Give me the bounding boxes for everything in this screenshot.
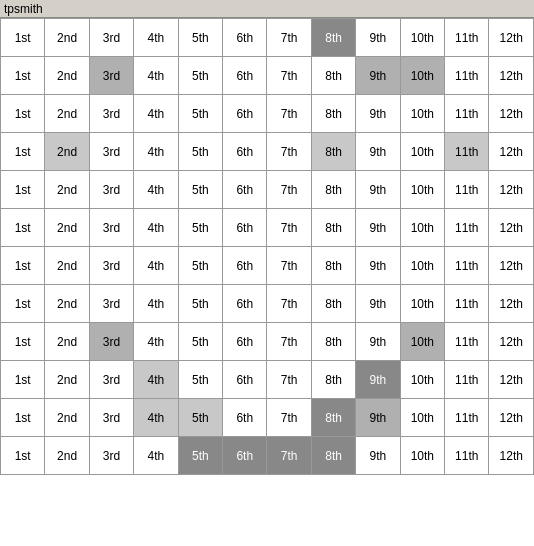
table-cell[interactable]: 2nd — [45, 19, 89, 57]
table-cell[interactable]: 2nd — [45, 171, 89, 209]
table-cell[interactable]: 2nd — [45, 285, 89, 323]
table-cell[interactable]: 8th — [311, 171, 355, 209]
table-cell[interactable]: 9th — [356, 361, 400, 399]
table-cell[interactable]: 9th — [356, 171, 400, 209]
table-cell[interactable]: 4th — [134, 323, 178, 361]
table-cell[interactable]: 11th — [445, 361, 489, 399]
table-cell[interactable]: 11th — [445, 171, 489, 209]
table-cell[interactable]: 9th — [356, 19, 400, 57]
table-cell[interactable]: 9th — [356, 247, 400, 285]
table-cell[interactable]: 4th — [134, 19, 178, 57]
table-cell[interactable]: 11th — [445, 437, 489, 475]
table-cell[interactable]: 1st — [1, 95, 45, 133]
table-cell[interactable]: 8th — [311, 247, 355, 285]
table-cell[interactable]: 10th — [400, 171, 444, 209]
table-cell[interactable]: 4th — [134, 95, 178, 133]
table-cell[interactable]: 2nd — [45, 323, 89, 361]
table-cell[interactable]: 7th — [267, 171, 311, 209]
table-cell[interactable]: 3rd — [89, 399, 133, 437]
table-cell[interactable]: 11th — [445, 133, 489, 171]
table-cell[interactable]: 8th — [311, 95, 355, 133]
table-cell[interactable]: 8th — [311, 19, 355, 57]
table-cell[interactable]: 4th — [134, 437, 178, 475]
table-cell[interactable]: 1st — [1, 19, 45, 57]
table-cell[interactable]: 6th — [223, 133, 267, 171]
table-cell[interactable]: 5th — [178, 437, 222, 475]
table-cell[interactable]: 10th — [400, 323, 444, 361]
table-cell[interactable]: 10th — [400, 399, 444, 437]
table-cell[interactable]: 4th — [134, 209, 178, 247]
table-cell[interactable]: 2nd — [45, 437, 89, 475]
table-cell[interactable]: 7th — [267, 361, 311, 399]
table-cell[interactable]: 2nd — [45, 95, 89, 133]
table-cell[interactable]: 5th — [178, 247, 222, 285]
table-cell[interactable]: 5th — [178, 133, 222, 171]
table-cell[interactable]: 8th — [311, 399, 355, 437]
table-cell[interactable]: 6th — [223, 19, 267, 57]
grid-container[interactable]: 1st2nd3rd4th5th6th7th8th9th10th11th12th1… — [0, 18, 534, 546]
table-cell[interactable]: 7th — [267, 437, 311, 475]
table-cell[interactable]: 9th — [356, 285, 400, 323]
table-cell[interactable]: 1st — [1, 285, 45, 323]
table-cell[interactable]: 3rd — [89, 19, 133, 57]
table-cell[interactable]: 7th — [267, 399, 311, 437]
table-cell[interactable]: 1st — [1, 399, 45, 437]
table-cell[interactable]: 5th — [178, 361, 222, 399]
table-cell[interactable]: 9th — [356, 57, 400, 95]
table-cell[interactable]: 8th — [311, 285, 355, 323]
table-cell[interactable]: 12th — [489, 437, 534, 475]
table-cell[interactable]: 9th — [356, 209, 400, 247]
table-cell[interactable]: 4th — [134, 285, 178, 323]
table-cell[interactable]: 6th — [223, 171, 267, 209]
table-cell[interactable]: 2nd — [45, 209, 89, 247]
table-cell[interactable]: 4th — [134, 133, 178, 171]
table-cell[interactable]: 12th — [489, 285, 534, 323]
table-cell[interactable]: 11th — [445, 19, 489, 57]
table-cell[interactable]: 5th — [178, 95, 222, 133]
table-cell[interactable]: 7th — [267, 95, 311, 133]
table-cell[interactable]: 3rd — [89, 285, 133, 323]
table-cell[interactable]: 3rd — [89, 133, 133, 171]
table-cell[interactable]: 6th — [223, 285, 267, 323]
table-cell[interactable]: 2nd — [45, 57, 89, 95]
table-cell[interactable]: 1st — [1, 209, 45, 247]
table-cell[interactable]: 10th — [400, 437, 444, 475]
table-cell[interactable]: 4th — [134, 361, 178, 399]
table-cell[interactable]: 12th — [489, 133, 534, 171]
table-cell[interactable]: 7th — [267, 57, 311, 95]
table-cell[interactable]: 2nd — [45, 247, 89, 285]
table-cell[interactable]: 9th — [356, 323, 400, 361]
table-cell[interactable]: 11th — [445, 57, 489, 95]
table-cell[interactable]: 5th — [178, 285, 222, 323]
table-cell[interactable]: 2nd — [45, 399, 89, 437]
table-cell[interactable]: 8th — [311, 437, 355, 475]
table-cell[interactable]: 10th — [400, 19, 444, 57]
table-cell[interactable]: 4th — [134, 399, 178, 437]
table-cell[interactable]: 10th — [400, 247, 444, 285]
table-cell[interactable]: 7th — [267, 133, 311, 171]
table-cell[interactable]: 1st — [1, 133, 45, 171]
table-cell[interactable]: 3rd — [89, 209, 133, 247]
table-cell[interactable]: 1st — [1, 437, 45, 475]
table-cell[interactable]: 10th — [400, 95, 444, 133]
table-cell[interactable]: 12th — [489, 95, 534, 133]
table-cell[interactable]: 6th — [223, 57, 267, 95]
table-cell[interactable]: 7th — [267, 323, 311, 361]
table-cell[interactable]: 5th — [178, 19, 222, 57]
table-cell[interactable]: 12th — [489, 171, 534, 209]
table-cell[interactable]: 1st — [1, 323, 45, 361]
table-cell[interactable]: 10th — [400, 285, 444, 323]
table-cell[interactable]: 12th — [489, 209, 534, 247]
table-cell[interactable]: 3rd — [89, 323, 133, 361]
table-cell[interactable]: 3rd — [89, 361, 133, 399]
table-cell[interactable]: 6th — [223, 361, 267, 399]
table-cell[interactable]: 10th — [400, 209, 444, 247]
table-cell[interactable]: 12th — [489, 323, 534, 361]
table-cell[interactable]: 6th — [223, 209, 267, 247]
table-cell[interactable]: 2nd — [45, 133, 89, 171]
table-cell[interactable]: 12th — [489, 19, 534, 57]
table-cell[interactable]: 3rd — [89, 95, 133, 133]
table-cell[interactable]: 3rd — [89, 437, 133, 475]
table-cell[interactable]: 11th — [445, 209, 489, 247]
table-cell[interactable]: 11th — [445, 399, 489, 437]
